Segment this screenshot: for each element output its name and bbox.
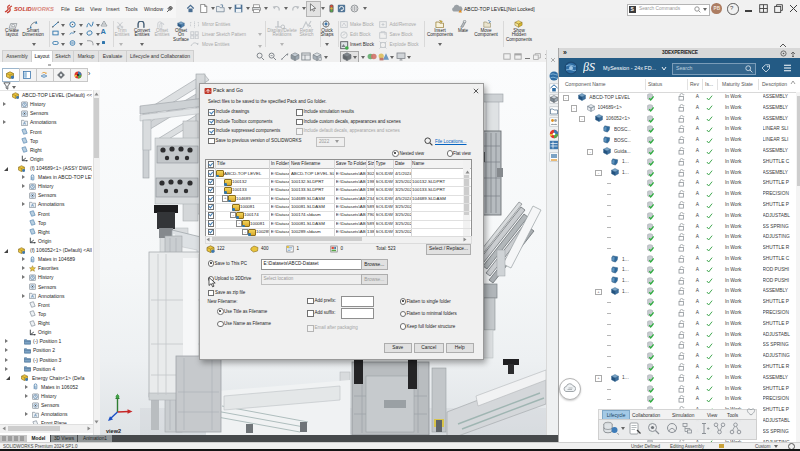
svg-text:view2: view2 [106,428,121,434]
svg-text:βS: βS [583,61,595,73]
